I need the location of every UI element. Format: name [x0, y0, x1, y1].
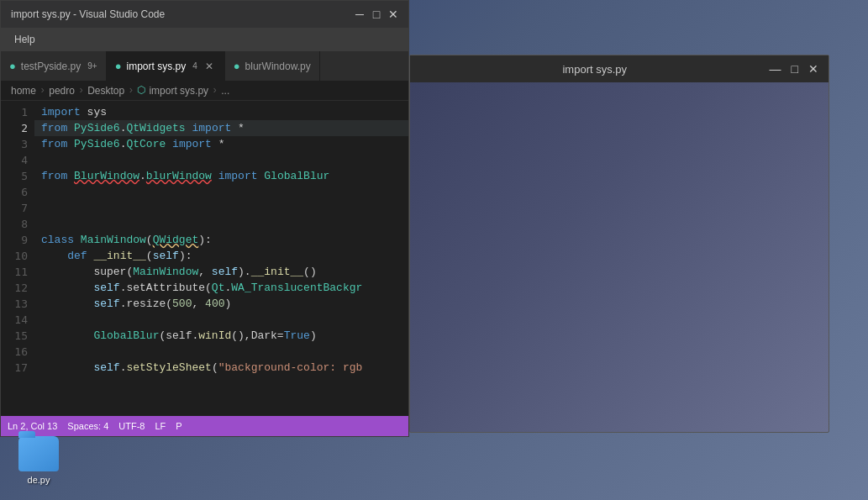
vscode-window: import sys.py - Visual Studio Code ─ □ ✕…: [0, 0, 409, 437]
code-line-8: [34, 216, 408, 232]
line-num-5: 5: [1, 168, 28, 184]
menu-help[interactable]: Help: [8, 28, 42, 51]
tab-label-3: blurWindow.py: [245, 61, 311, 72]
status-language[interactable]: P: [176, 421, 181, 431]
tab-icon-2: ●: [115, 60, 122, 72]
tab-icon-1: ●: [9, 60, 16, 72]
code-line-2: from PySide6.QtWidgets import *: [34, 120, 408, 136]
code-line-15: GlobalBlur(self.winId(),Dark=True): [34, 328, 408, 344]
breadcrumb-home[interactable]: home: [11, 85, 36, 97]
maximize-button[interactable]: □: [371, 9, 381, 19]
preview-window-controls: — □ ✕: [770, 63, 818, 75]
line-num-10: 10: [1, 248, 28, 264]
line-num-14: 14: [1, 312, 28, 328]
code-line-4: [34, 152, 408, 168]
code-line-5: from BlurWindow.blurWindow import Global…: [34, 168, 408, 184]
line-num-4: 4: [1, 152, 28, 168]
tab-badge-2: 4: [192, 61, 197, 71]
status-encoding[interactable]: UTF-8: [118, 421, 145, 431]
tab-importsys[interactable]: ● import sys.py 4 ✕: [107, 51, 225, 81]
line-num-11: 11: [1, 264, 28, 280]
tab-label-1: testPyside.py: [21, 61, 81, 72]
line-num-7: 7: [1, 200, 28, 216]
breadcrumb-file[interactable]: import sys.py: [149, 85, 208, 97]
status-spaces[interactable]: Spaces: 4: [67, 421, 108, 431]
line-num-6: 6: [1, 184, 28, 200]
code-line-12: self.setAttribute(Qt.WA_TranslucentBackg…: [34, 280, 408, 296]
editor-area: 1 2 3 4 5 6 7 8 9 10 11 12 13 14 15 16 1…: [1, 101, 408, 416]
tab-close-2[interactable]: ✕: [203, 60, 216, 73]
line-num-3: 3: [1, 136, 28, 152]
code-line-1: import sys: [34, 104, 408, 120]
menu-bar: Help: [1, 28, 408, 51]
tab-label-2: import sys.py: [127, 61, 187, 72]
breadcrumb-sep-3: ›: [128, 85, 134, 97]
code-line-3: from PySide6.QtCore import *: [34, 136, 408, 152]
code-line-11: super(MainWindow, self).__init__(): [34, 264, 408, 280]
preview-close-button[interactable]: ✕: [808, 63, 818, 75]
code-line-17: self.setStyleSheet("background-color: rg…: [34, 360, 408, 376]
code-line-6: [34, 184, 408, 200]
line-num-13: 13: [1, 296, 28, 312]
window-controls: ─ □ ✕: [355, 9, 398, 19]
status-position[interactable]: Ln 2, Col 13: [8, 421, 57, 431]
code-content[interactable]: import sys from PySide6.QtWidgets import…: [34, 101, 408, 416]
tab-testpyside[interactable]: ● testPyside.py 9+: [1, 51, 107, 81]
line-num-2: 2: [1, 120, 28, 136]
breadcrumb-file-icon: ⬡: [137, 84, 145, 97]
tab-badge-1: 9+: [87, 61, 97, 71]
preview-minimize-button[interactable]: —: [770, 63, 781, 75]
preview-title-bar: import sys.py — □ ✕: [410, 55, 829, 82]
line-num-15: 15: [1, 328, 28, 344]
code-line-10: def __init__(self):: [34, 248, 408, 264]
preview-content: [410, 82, 829, 432]
preview-window: import sys.py — □ ✕: [409, 55, 829, 433]
code-line-7: [34, 200, 408, 216]
title-bar: import sys.py - Visual Studio Code ─ □ ✕: [1, 1, 408, 28]
breadcrumb-more[interactable]: ...: [221, 85, 229, 97]
tabs-bar: ● testPyside.py 9+ ● import sys.py 4 ✕ ●…: [1, 51, 408, 81]
breadcrumb-sep-4: ›: [212, 85, 218, 97]
code-line-16: [34, 344, 408, 360]
tab-blurwindow[interactable]: ● blurWindow.py: [225, 51, 320, 81]
close-button[interactable]: ✕: [388, 9, 398, 19]
minimize-button[interactable]: ─: [355, 9, 365, 19]
depy-label: de.py: [18, 436, 59, 485]
line-numbers: 1 2 3 4 5 6 7 8 9 10 11 12 13 14 15 16 1…: [1, 101, 34, 416]
code-line-13: self.resize(500, 400): [34, 296, 408, 312]
line-num-9: 9: [1, 232, 28, 248]
preview-maximize-button[interactable]: □: [792, 63, 798, 75]
tab-icon-3: ●: [234, 60, 240, 72]
status-eol[interactable]: LF: [155, 421, 166, 431]
preview-title: import sys.py: [427, 63, 763, 76]
line-num-8: 8: [1, 216, 28, 232]
window-title: import sys.py - Visual Studio Code: [11, 8, 348, 20]
breadcrumb-bar: home › pedro › Desktop › ⬡ import sys.py…: [1, 81, 408, 101]
line-num-16: 16: [1, 344, 28, 360]
status-bar: Ln 2, Col 13 Spaces: 4 UTF-8 LF P: [1, 416, 408, 436]
breadcrumb-pedro[interactable]: pedro: [49, 85, 75, 97]
breadcrumb-sep-2: ›: [78, 85, 84, 97]
code-line-9: class MainWindow(QWidget):: [34, 232, 408, 248]
line-num-17: 17: [1, 360, 28, 376]
line-num-12: 12: [1, 280, 28, 296]
folder-label: de.py: [28, 475, 50, 485]
code-line-14: [34, 312, 408, 328]
line-num-1: 1: [1, 104, 28, 120]
breadcrumb-desktop[interactable]: Desktop: [87, 85, 124, 97]
breadcrumb-sep-1: ›: [39, 85, 45, 97]
